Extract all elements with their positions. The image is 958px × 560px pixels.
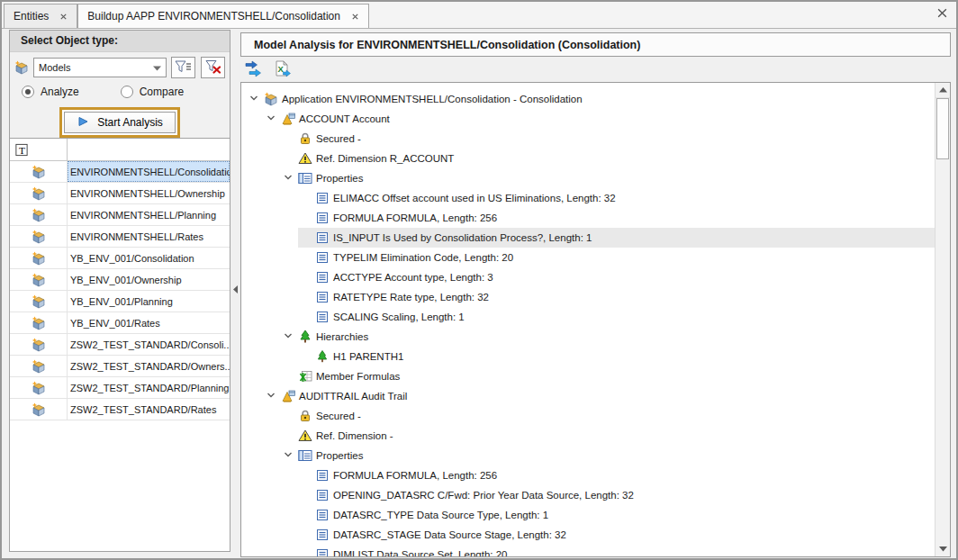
model-row[interactable]: ENVIRONMENTSHELL/Rates <box>10 226 230 248</box>
tree-row[interactable]: Hierarchies <box>241 327 935 347</box>
tree-row[interactable]: DATASRC_TYPE Data Source Type, Length: 1 <box>241 505 935 525</box>
tree-row[interactable]: ELIMACC Offset account used in US Elimin… <box>241 188 935 208</box>
model-cube-icon <box>32 381 46 395</box>
model-row[interactable]: YB_ENV_001/Planning <box>10 291 230 312</box>
model-cube-icon <box>32 294 46 309</box>
tree-row-label: RATETYPE Rate type, Length: 32 <box>333 292 489 303</box>
tree-row[interactable]: Member Formulas <box>241 366 935 386</box>
toolbar-button[interactable]: X <box>271 60 293 80</box>
model-row[interactable]: ENVIRONMENTSHELL/Consolidation <box>10 161 230 183</box>
chevron-down-icon[interactable] <box>266 390 276 402</box>
warning-icon <box>298 151 312 166</box>
dimension-icon <box>281 112 295 126</box>
tree-row[interactable]: Properties <box>241 446 935 465</box>
scroll-up-icon[interactable] <box>935 83 950 98</box>
tree-row[interactable]: SCALING Scaling, Length: 1 <box>241 307 935 327</box>
radio-circle[interactable] <box>22 86 34 98</box>
scrollbar-thumb[interactable] <box>936 98 949 159</box>
model-row[interactable]: YB_ENV_001/Rates <box>10 312 230 334</box>
model-row[interactable]: YB_ENV_001/Consolidation <box>10 248 230 269</box>
panel-splitter[interactable] <box>232 30 239 552</box>
chevron-down-icon[interactable] <box>283 449 294 462</box>
tree-row[interactable]: Application ENVIRONMENTSHELL/Consolidati… <box>241 89 935 109</box>
property-icon <box>315 290 330 304</box>
model-row-label: YB_ENV_001/Ownership <box>70 275 182 285</box>
vertical-scrollbar[interactable] <box>935 83 950 556</box>
property-icon <box>315 191 330 205</box>
hierarchy-icon <box>315 349 330 364</box>
tree-row[interactable]: Ref. Dimension - <box>241 426 935 446</box>
export-excel-icon: X <box>274 60 291 80</box>
svg-text:T: T <box>19 145 25 156</box>
models-table: T ENVIRONMENTSHELL/Consolidation ENVIRON… <box>10 138 230 551</box>
models-table-header[interactable]: T <box>10 139 230 161</box>
mode-radio[interactable]: Compare <box>121 86 184 98</box>
tree-row-label: OPENING_DATASRC C/Fwd: Prior Year Data S… <box>333 490 634 501</box>
tree-row[interactable]: ACCOUNT Account <box>241 109 935 129</box>
collapse-left-icon[interactable] <box>233 285 238 294</box>
tree-row[interactable]: DATASRC_STAGE Data Source Stage, Length:… <box>241 525 935 545</box>
tree-row[interactable]: Secured - <box>241 406 935 426</box>
tree-row[interactable]: H1 PARENTH1 <box>241 347 935 366</box>
property-icon <box>315 211 330 225</box>
model-row[interactable]: ENVIRONMENTSHELL/Planning <box>10 204 230 226</box>
model-row[interactable]: ENVIRONMENTSHELL/Ownership <box>10 183 230 204</box>
object-type-dropdown[interactable]: Models <box>33 58 167 77</box>
mode-radio-group: Analyze Compare <box>22 86 184 98</box>
toolbar-button[interactable] <box>242 60 264 80</box>
tree-row-label: ACCOUNT Account <box>299 113 390 124</box>
close-icon[interactable] <box>59 13 68 21</box>
filter-button[interactable] <box>201 57 225 78</box>
model-cube-icon <box>32 230 46 244</box>
radio-circle[interactable] <box>121 86 133 98</box>
tree-row[interactable]: FORMULA FORMULA, Length: 256 <box>241 208 935 228</box>
app-window: Entities Buildup AAPP ENVIRONMENTSHELL/C… <box>0 0 958 560</box>
filter-clear-icon <box>205 59 221 77</box>
close-icon[interactable] <box>351 13 359 21</box>
tree-row[interactable]: FORMULA FORMULA, Length: 256 <box>241 465 935 485</box>
model-row-label: ZSW2_TEST_STANDARD/Owners... <box>70 361 230 372</box>
tree-row[interactable]: Secured - <box>241 129 935 149</box>
model-row[interactable]: YB_ENV_001/Ownership <box>10 269 230 291</box>
tree-row[interactable]: RATETYPE Rate type, Length: 32 <box>241 287 935 307</box>
model-row[interactable]: ZSW2_TEST_STANDARD/Consoli... <box>10 334 230 356</box>
tree-row-label: TYPELIM Elimination Code, Length: 20 <box>333 252 513 263</box>
tree-row[interactable]: IS_INPUT Is Used by Consolidation Proces… <box>241 228 935 248</box>
model-cube-icon <box>32 186 46 201</box>
property-icon <box>315 528 330 542</box>
model-row-label: ENVIRONMENTSHELL/Rates <box>70 231 203 242</box>
tree-row[interactable]: AUDITTRAIL Audit Trail <box>241 386 935 406</box>
property-icon <box>315 488 330 502</box>
chevron-down-icon[interactable] <box>283 172 294 185</box>
start-analysis-area: Start Analysis <box>10 107 230 138</box>
tree-row[interactable]: TYPELIM Elimination Code, Length: 20 <box>241 248 935 267</box>
tree-row[interactable]: DIMLIST Data Source Set, Length: 20 <box>241 545 935 557</box>
model-row[interactable]: ZSW2_TEST_STANDARD/Owners... <box>10 356 230 377</box>
tree-row[interactable]: Properties <box>241 168 935 188</box>
model-cube-icon <box>32 338 46 352</box>
dropdown-arrow-icon[interactable] <box>153 62 161 73</box>
tree-row[interactable]: ACCTYPE Account type, Length: 3 <box>241 267 935 287</box>
model-cube-icon <box>32 208 46 222</box>
model-row[interactable]: ZSW2_TEST_STANDARD/Rates <box>10 399 230 420</box>
tree-row-label: Ref. Dimension R_ACCOUNT <box>316 153 454 164</box>
chevron-down-icon[interactable] <box>283 330 294 343</box>
scroll-down-icon[interactable] <box>935 542 950 556</box>
dimension-icon <box>281 389 295 403</box>
tab-bar: Entities Buildup AAPP ENVIRONMENTSHELL/C… <box>2 2 956 29</box>
object-type-row: Models <box>14 57 225 78</box>
tab[interactable]: Buildup AAPP ENVIRONMENTSHELL/Consolidat… <box>77 4 369 28</box>
mode-radio[interactable]: Analyze <box>22 86 79 98</box>
model-cube-icon <box>14 60 29 75</box>
chevron-down-icon[interactable] <box>266 113 276 125</box>
model-row[interactable]: ZSW2_TEST_STANDARD/Planning <box>10 377 230 399</box>
tab[interactable]: Entities <box>4 4 77 28</box>
tree-row[interactable]: Ref. Dimension R_ACCOUNT <box>241 149 935 168</box>
tab-label: Buildup AAPP ENVIRONMENTSHELL/Consolidat… <box>87 10 340 23</box>
chevron-down-icon[interactable] <box>249 93 259 105</box>
start-analysis-button[interactable]: Start Analysis <box>64 112 176 133</box>
window-close-icon[interactable] <box>936 7 948 19</box>
filter-button[interactable] <box>171 57 195 78</box>
tree-row[interactable]: OPENING_DATASRC C/Fwd: Prior Year Data S… <box>241 485 935 505</box>
property-icon <box>315 508 330 522</box>
